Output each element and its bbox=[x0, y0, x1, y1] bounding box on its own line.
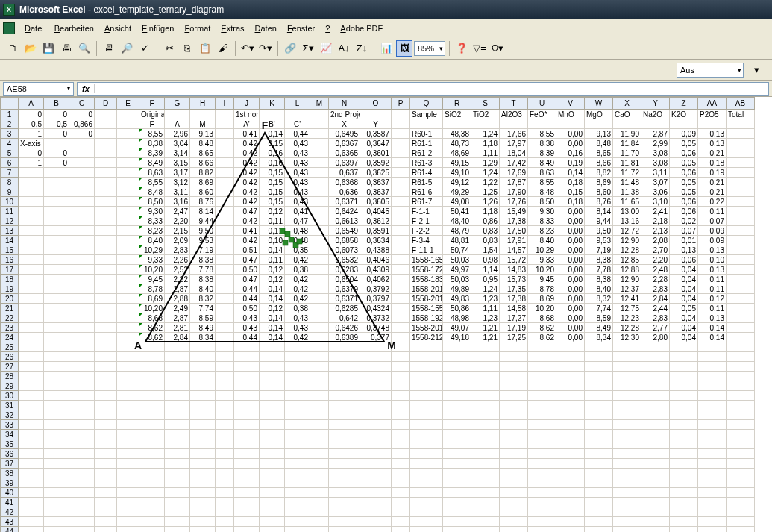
cell[interactable]: 8,68 bbox=[139, 313, 165, 323]
cell[interactable]: 0,06 bbox=[670, 255, 698, 265]
cell[interactable] bbox=[69, 255, 95, 265]
cell[interactable]: 2,87 bbox=[641, 129, 670, 139]
cell[interactable] bbox=[216, 255, 234, 265]
cell[interactable] bbox=[727, 197, 755, 207]
cell[interactable] bbox=[44, 333, 69, 342]
cell[interactable]: 1,11 bbox=[471, 304, 500, 313]
cell[interactable]: 1 bbox=[19, 158, 44, 168]
cell[interactable] bbox=[260, 381, 285, 391]
cell[interactable]: 2nd Projection bbox=[329, 110, 360, 119]
cell[interactable] bbox=[310, 381, 329, 391]
menu-einfügen[interactable]: Einfügen bbox=[136, 22, 179, 35]
cell[interactable]: 12,90 bbox=[613, 236, 641, 245]
cell[interactable] bbox=[69, 478, 95, 488]
cell[interactable] bbox=[443, 527, 471, 532]
cell[interactable]: 17,76 bbox=[500, 197, 528, 207]
cell[interactable]: Y bbox=[360, 119, 392, 129]
cell[interactable] bbox=[234, 459, 260, 469]
cell[interactable] bbox=[216, 449, 234, 459]
cell[interactable] bbox=[392, 527, 410, 532]
cell[interactable]: 8,60 bbox=[190, 187, 216, 197]
cell[interactable]: 0,4046 bbox=[360, 255, 392, 265]
cell[interactable]: 17,97 bbox=[500, 139, 528, 148]
cell[interactable] bbox=[19, 187, 44, 197]
cell[interactable]: 0,47 bbox=[234, 207, 260, 216]
save-icon[interactable]: 💾 bbox=[40, 40, 57, 57]
cell[interactable] bbox=[260, 362, 285, 372]
cell[interactable] bbox=[117, 187, 139, 197]
cell[interactable] bbox=[310, 507, 329, 517]
cell[interactable] bbox=[443, 439, 471, 449]
menu-adobe pdf[interactable]: Adobe PDF bbox=[335, 22, 388, 35]
cell[interactable] bbox=[44, 420, 69, 430]
cell[interactable] bbox=[585, 507, 613, 517]
cell[interactable]: F-2-2 bbox=[410, 226, 443, 236]
cell[interactable] bbox=[44, 459, 69, 469]
cell[interactable] bbox=[117, 323, 139, 333]
cell[interactable] bbox=[95, 187, 117, 197]
cell[interactable] bbox=[117, 439, 139, 449]
cell[interactable]: 0,22 bbox=[698, 197, 727, 207]
cell[interactable] bbox=[117, 178, 139, 187]
cell[interactable]: 0,3612 bbox=[360, 216, 392, 226]
cell[interactable] bbox=[641, 342, 670, 352]
cell[interactable]: 0,14 bbox=[260, 284, 285, 294]
cell[interactable]: 0,4045 bbox=[360, 207, 392, 216]
cell[interactable] bbox=[19, 197, 44, 207]
cell[interactable] bbox=[613, 449, 641, 459]
cell[interactable] bbox=[44, 284, 69, 294]
cell[interactable] bbox=[44, 507, 69, 517]
cell[interactable]: B' bbox=[260, 119, 285, 129]
cell[interactable] bbox=[19, 207, 44, 216]
cell[interactable]: 0,14 bbox=[556, 168, 585, 178]
col-header-K[interactable]: K bbox=[260, 97, 285, 110]
cell[interactable]: 0,19 bbox=[556, 158, 585, 168]
cell[interactable]: 0,6424 bbox=[329, 207, 360, 216]
cell[interactable]: 0,636 bbox=[329, 187, 360, 197]
cell[interactable] bbox=[310, 265, 329, 275]
col-header-M[interactable]: M bbox=[310, 97, 329, 110]
cell[interactable]: 0,42 bbox=[285, 294, 310, 304]
sort-desc-icon[interactable]: Z↓ bbox=[354, 40, 370, 57]
cell[interactable] bbox=[310, 294, 329, 304]
cell[interactable] bbox=[698, 449, 727, 459]
cell[interactable] bbox=[727, 527, 755, 532]
cell[interactable]: 18,04 bbox=[500, 148, 528, 158]
cell[interactable] bbox=[471, 391, 500, 401]
cell[interactable] bbox=[234, 478, 260, 488]
print2-icon[interactable]: 🖶 bbox=[101, 40, 117, 57]
row-header[interactable]: 25 bbox=[0, 342, 19, 352]
cell[interactable]: 11,84 bbox=[613, 139, 641, 148]
cell[interactable]: 3,10 bbox=[641, 197, 670, 207]
chart1-icon[interactable]: 📈 bbox=[318, 40, 334, 57]
cell[interactable]: 1,21 bbox=[471, 333, 500, 342]
cell[interactable]: 8,40 bbox=[139, 236, 165, 245]
row-header[interactable]: 27 bbox=[0, 362, 19, 372]
cell[interactable]: 0 bbox=[44, 158, 69, 168]
cell[interactable] bbox=[410, 352, 443, 362]
cell[interactable] bbox=[234, 498, 260, 507]
cell[interactable] bbox=[69, 449, 95, 459]
cell[interactable]: 0 bbox=[44, 110, 69, 119]
cell[interactable]: 1,21 bbox=[471, 323, 500, 333]
cell[interactable] bbox=[117, 119, 139, 129]
cell[interactable] bbox=[500, 342, 528, 352]
cell[interactable] bbox=[727, 129, 755, 139]
cell[interactable] bbox=[329, 352, 360, 362]
cell[interactable]: 2,83 bbox=[641, 313, 670, 323]
cell[interactable]: 2,26 bbox=[165, 255, 190, 265]
row-header[interactable]: 10 bbox=[0, 197, 19, 207]
cell[interactable] bbox=[727, 352, 755, 362]
filter-icon[interactable]: ▽= bbox=[471, 40, 488, 57]
cell[interactable] bbox=[360, 430, 392, 439]
cell[interactable] bbox=[410, 381, 443, 391]
cell[interactable] bbox=[165, 391, 190, 401]
col-header-P[interactable]: P bbox=[392, 97, 410, 110]
cell[interactable]: 3,07 bbox=[641, 178, 670, 187]
cell[interactable] bbox=[216, 410, 234, 420]
cell[interactable]: 12,41 bbox=[613, 294, 641, 304]
cell[interactable] bbox=[310, 158, 329, 168]
cell[interactable] bbox=[641, 352, 670, 362]
cell[interactable] bbox=[260, 459, 285, 469]
cell[interactable] bbox=[95, 381, 117, 391]
